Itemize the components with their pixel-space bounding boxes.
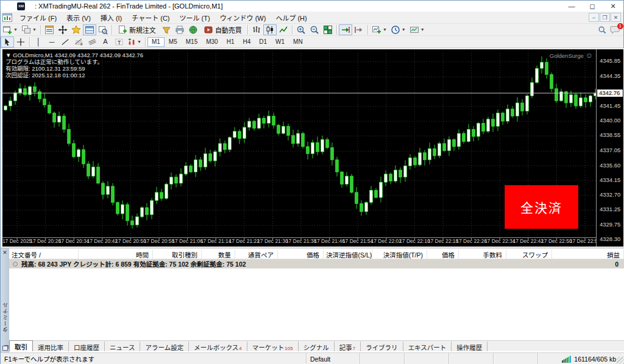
column-header-3[interactable]: 数量 — [202, 250, 235, 259]
resize-grip[interactable] — [617, 357, 624, 364]
column-header-6[interactable]: 決済逆指値(S/L) — [324, 250, 372, 259]
timeframe-button-d1[interactable]: D1 — [255, 37, 271, 47]
zoom-in-button[interactable] — [294, 24, 308, 35]
mdi-restore-button[interactable]: ❐ — [600, 13, 610, 22]
dropdown-arrow-icon[interactable]: ▼ — [402, 27, 406, 32]
text-label-tool-button[interactable]: T — [112, 37, 126, 47]
periods-button[interactable]: ▼ — [389, 24, 408, 35]
new-order-button[interactable]: 新規注文 — [114, 24, 160, 35]
fibonacci-tool-button[interactable]: F — [72, 37, 85, 47]
menu-item-3[interactable]: チャート (C) — [127, 12, 174, 24]
menu-item-4[interactable]: ツール (T) — [175, 12, 215, 24]
terminal-tab-10[interactable]: エキスパート — [403, 341, 452, 351]
column-header-10[interactable]: スワップ — [506, 250, 552, 259]
maximize-button[interactable]: ◻ — [582, 1, 603, 12]
arrows-tool-button[interactable]: ▼ — [126, 37, 143, 47]
ea-smiley-icon[interactable]: ☺ — [586, 51, 593, 60]
close-button[interactable]: ✕ — [603, 1, 623, 12]
strategy-tester-button[interactable] — [96, 24, 110, 35]
zoom-out-button[interactable] — [308, 24, 321, 35]
menu-item-6[interactable]: ヘルプ (H) — [271, 12, 311, 24]
timeframe-button-m1[interactable]: M1 — [147, 37, 165, 47]
balance-row[interactable]: 残高: 68 243 JPY クレジット計: 6 859 有効証拠金: 75 1… — [9, 259, 624, 268]
ea-label: GoldenSurge ☺ — [550, 51, 593, 60]
autotrading-button[interactable]: 自動売買 — [200, 24, 246, 35]
timeframe-button-mn[interactable]: MN — [289, 37, 307, 47]
minimize-button[interactable]: — — [561, 1, 582, 12]
terminal-tab-4[interactable]: アラーム設定 — [140, 341, 189, 351]
timeframe-button-w1[interactable]: W1 — [271, 37, 289, 47]
horizontal-line-tool-button[interactable]: ─ — [45, 37, 58, 47]
channel-tool-button[interactable] — [85, 37, 99, 47]
print-button[interactable] — [173, 24, 186, 35]
app-icon: XM — [17, 2, 25, 10]
terminal-tab-3[interactable]: ニュース — [105, 341, 140, 351]
price-axis[interactable]: 4345.854344.354341.454340.004338.554337.… — [596, 49, 623, 247]
chart-window-icon[interactable] — [2, 13, 12, 22]
market-watch-button[interactable] — [43, 24, 56, 35]
terminal-close-icon[interactable]: ✕ — [2, 250, 7, 256]
vertical-line-tool-button[interactable]: │ — [32, 37, 45, 47]
status-profile[interactable]: Default — [307, 353, 360, 364]
column-header-1[interactable]: 時間 — [79, 250, 153, 259]
line-chart-mode-button[interactable] — [277, 24, 290, 35]
column-header-4[interactable]: 通貨ペア — [235, 250, 278, 259]
timeframe-button-m15[interactable]: M15 — [182, 37, 202, 47]
column-header-0[interactable]: 注文番号 / — [9, 250, 79, 259]
chart-area[interactable]: 17 Dec 202517 Dec 20:2617 Dec 20:3417 De… — [1, 48, 624, 248]
dropdown-arrow-icon[interactable]: ▼ — [13, 27, 18, 32]
candlestick-mode-button[interactable] — [263, 24, 277, 35]
bar-chart-mode-button[interactable] — [250, 24, 263, 35]
column-header-7[interactable]: 決済指値(T/P) — [372, 250, 427, 259]
mdi-close-button[interactable]: ✕ — [611, 13, 621, 22]
column-header-9[interactable]: 手数料 — [459, 250, 506, 259]
timeframe-button-m30[interactable]: M30 — [202, 37, 222, 47]
column-header-11[interactable]: 損益 — [552, 250, 624, 259]
dropdown-arrow-icon[interactable]: ▼ — [420, 27, 425, 32]
terminal-tab-5[interactable]: メールボックス4 — [189, 341, 247, 351]
templates-button[interactable]: ▼ — [408, 24, 427, 35]
terminal-tab-0[interactable]: 取引 — [9, 340, 33, 351]
auto-scroll-button[interactable] — [339, 24, 352, 35]
dropdown-arrow-icon[interactable]: ▼ — [383, 27, 387, 32]
menu-item-0[interactable]: ファイル (F) — [15, 12, 62, 24]
timeframe-button-h1[interactable]: H1 — [222, 37, 239, 47]
chart-shift-button[interactable] — [352, 24, 366, 35]
crosshair-tool-button[interactable] — [14, 37, 27, 47]
column-header-2[interactable]: 取引種別 — [153, 250, 202, 259]
menu-item-1[interactable]: 表示 (V) — [62, 12, 96, 24]
menu-item-2[interactable]: 挿入 (I) — [96, 12, 127, 24]
dropdown-arrow-icon[interactable]: ▼ — [137, 40, 141, 44]
community-button[interactable] — [186, 24, 200, 35]
terminal-tab-1[interactable]: 運用比率 — [33, 341, 69, 351]
text-tool-button[interactable]: A — [99, 37, 112, 47]
cursor-tool-button[interactable] — [1, 37, 14, 47]
profiles-button[interactable]: ▼ — [20, 24, 38, 35]
terminal-button[interactable] — [83, 24, 96, 35]
menu-item-5[interactable]: ウィンドウ (W) — [215, 12, 271, 24]
column-header-5[interactable]: 価格 — [278, 250, 324, 259]
search-icon[interactable] — [598, 26, 606, 34]
column-header-8[interactable]: 価格 — [427, 250, 459, 259]
tile-windows-button[interactable] — [321, 24, 335, 35]
close-all-button[interactable]: 全決済 — [505, 185, 578, 229]
navigator-button[interactable] — [69, 24, 83, 35]
autotrading-label: 自動売買 — [215, 25, 242, 35]
terminal-tab-6[interactable]: マーケット105 — [247, 341, 299, 351]
new-chart-button[interactable]: ▼ — [1, 24, 20, 35]
terminal-tab-7[interactable]: シグナル — [299, 341, 335, 351]
timeframe-button-m5[interactable]: M5 — [165, 37, 182, 47]
trendline-tool-button[interactable] — [58, 37, 72, 47]
terminal-tab-9[interactable]: ライブラリ — [361, 341, 403, 351]
data-window-button[interactable] — [56, 24, 69, 35]
terminal-tab-11[interactable]: 操作履歴 — [452, 341, 488, 351]
terminal-tab-2[interactable]: 口座履歴 — [69, 341, 105, 351]
timeframe-button-h4[interactable]: H4 — [238, 37, 255, 47]
dropdown-arrow-icon[interactable]: ▼ — [32, 27, 37, 32]
terminal-tab-8[interactable]: 記事7 — [335, 341, 361, 351]
tab-label: アラーム設定 — [145, 343, 183, 352]
mdi-minimize-button[interactable]: ‒ — [589, 13, 599, 22]
notifications-button[interactable]: 1 — [610, 26, 620, 34]
depth-of-market-button[interactable] — [160, 24, 173, 35]
indicators-button[interactable]: ▼ — [370, 24, 389, 35]
